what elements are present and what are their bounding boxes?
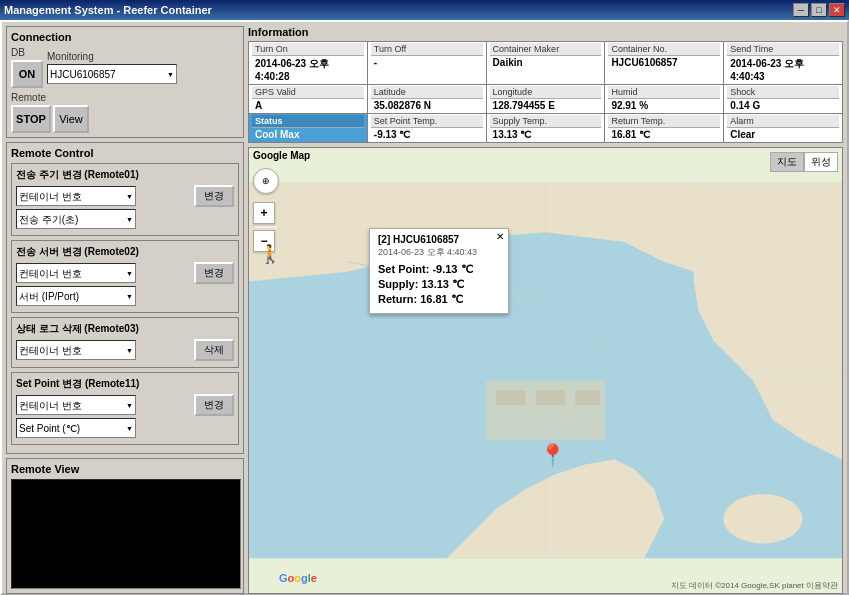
- map-copyright: 지도 데이터 ©2014 Google,SK planet 이용약관: [671, 580, 838, 591]
- map-section: Google Map 지도 위성 ⊕ + − �: [248, 147, 843, 594]
- popup-supply-label: Supply:: [378, 278, 418, 290]
- info-cell-return: Return Temp. 16.81 ℃: [605, 114, 724, 143]
- maker-value: Daikin: [490, 56, 602, 69]
- remote11-section: Set Point 변경 (Remote11) 컨테이너 번호 변경 Set: [11, 372, 239, 445]
- monitoring-label: Monitoring: [47, 51, 177, 62]
- svg-rect-9: [536, 390, 566, 405]
- humid-value: 92.91 %: [608, 99, 720, 112]
- remote02-section: 전송 서버 변경 (Remote02) 컨테이너 번호 변경 서버 (IP/P: [11, 240, 239, 313]
- db-col: DB ON: [11, 47, 43, 88]
- map-location-pin[interactable]: 📍: [539, 443, 566, 469]
- lat-value: 35.082876 N: [371, 99, 483, 112]
- turnoff-header: Turn Off: [371, 43, 483, 56]
- remote11-change-button[interactable]: 변경: [194, 394, 234, 416]
- remote01-container-dropdown[interactable]: 컨테이너 번호: [16, 186, 136, 206]
- svg-rect-10: [575, 390, 600, 405]
- setpoint-value: -9.13 ℃: [371, 128, 483, 141]
- information-section: Information Turn On 2014-06-23 오후 4:40:2…: [248, 26, 843, 143]
- remote11-title: Set Point 변경 (Remote11): [16, 377, 234, 391]
- remote03-row: 컨테이너 번호 삭제: [16, 339, 234, 361]
- info-cell-humid: Humid 92.91 %: [605, 85, 724, 114]
- remote02-server-dropdown[interactable]: 서버 (IP/Port): [16, 286, 136, 306]
- info-cell-lat: Latitude 35.082876 N: [368, 85, 487, 114]
- zoom-in-button[interactable]: +: [253, 202, 275, 224]
- info-cell-setpoint: Set Point Temp. -9.13 ℃: [368, 114, 487, 143]
- stop-button[interactable]: STOP: [11, 105, 51, 133]
- info-cell-sendtime: Send Time 2014-06-23 오후 4:40:43: [724, 42, 843, 85]
- remote-view-display: [11, 479, 241, 589]
- streetview-person-icon[interactable]: 🚶: [259, 243, 281, 265]
- info-cell-alarm: Alarm Clear: [724, 114, 843, 143]
- remote03-delete-button[interactable]: 삭제: [194, 339, 234, 361]
- shock-value: 0.14 G: [727, 99, 839, 112]
- supply-value: 13.13 ℃: [490, 128, 602, 141]
- remote03-container-dropdown[interactable]: 컨테이너 번호: [16, 340, 136, 360]
- popup-supply-row: Supply: 13.13 ℃: [378, 278, 500, 291]
- remote11-setpoint-wrapper: Set Point (℃): [16, 418, 136, 438]
- status-value: Cool Max: [252, 128, 364, 141]
- minimize-button[interactable]: ─: [793, 3, 809, 17]
- popup-return-row: Return: 16.81 ℃: [378, 293, 500, 306]
- svg-point-4: [723, 494, 802, 543]
- info-cell-lon: Longitude 128.794455 E: [487, 85, 606, 114]
- lat-header: Latitude: [371, 86, 483, 99]
- popup-data: Set Point: -9.13 ℃ Supply: 13.13 ℃ Retur…: [378, 263, 500, 306]
- window-controls: ─ □ ✕: [793, 3, 845, 17]
- remote11-container-dropdown[interactable]: 컨테이너 번호: [16, 395, 136, 415]
- remote11-setpoint-row: Set Point (℃): [16, 418, 234, 438]
- info-cell-shock: Shock 0.14 G: [724, 85, 843, 114]
- info-cell-supply: Supply Temp. 13.13 ℃: [487, 114, 606, 143]
- maximize-button[interactable]: □: [811, 3, 827, 17]
- remote01-period-wrapper: 전송 주기(초): [16, 209, 136, 229]
- containerno-value: HJCU6106857: [608, 56, 720, 69]
- popup-time: 2014-06-23 오후 4:40:43: [378, 246, 500, 259]
- remote03-title: 상태 로그 삭제 (Remote03): [16, 322, 234, 336]
- info-cell-maker: Container Maker Daikin: [487, 42, 606, 85]
- google-logo: Google: [279, 569, 317, 585]
- remote01-period-row: 전송 주기(초): [16, 209, 234, 229]
- remote11-setpoint-dropdown[interactable]: Set Point (℃): [16, 418, 136, 438]
- remote02-change-button[interactable]: 변경: [194, 262, 234, 284]
- humid-header: Humid: [608, 86, 720, 99]
- map-type-buttons: 지도 위성: [770, 152, 838, 172]
- remote01-section: 전송 주기 변경 (Remote01) 컨테이너 번호 변경 전송 주기(초): [11, 163, 239, 236]
- svg-rect-8: [496, 390, 526, 405]
- popup-close-button[interactable]: ✕: [496, 231, 504, 242]
- remote11-container-wrapper: 컨테이너 번호: [16, 395, 136, 415]
- gps-header: GPS Valid: [252, 86, 364, 99]
- info-cell-containerno: Container No. HJCU6106857: [605, 42, 724, 85]
- remote01-period-dropdown[interactable]: 전송 주기(초): [16, 209, 136, 229]
- lon-header: Longitude: [490, 86, 602, 99]
- remote01-title: 전송 주기 변경 (Remote01): [16, 168, 234, 182]
- containerno-header: Container No.: [608, 43, 720, 56]
- close-button[interactable]: ✕: [829, 3, 845, 17]
- content-area: Connection DB ON Monitoring HJCU6106857: [2, 22, 847, 595]
- compass-button[interactable]: ⊕: [253, 168, 279, 194]
- db-label: DB: [11, 47, 43, 58]
- turnon-header: Turn On: [252, 43, 364, 56]
- remote03-container-wrapper: 컨테이너 번호: [16, 340, 136, 360]
- window-title: Management System - Reefer Container: [4, 4, 212, 16]
- map-controls: ⊕ + −: [253, 168, 279, 252]
- remote11-container-row: 컨테이너 번호 변경: [16, 394, 234, 416]
- sendtime-header: Send Time: [727, 43, 839, 56]
- main-window: Connection DB ON Monitoring HJCU6106857: [0, 20, 849, 595]
- remote02-container-dropdown[interactable]: 컨테이너 번호: [16, 263, 136, 283]
- popup-id: [2] HJCU6106857: [378, 234, 500, 245]
- view-button[interactable]: View: [53, 105, 89, 133]
- info-cell-status: Status Cool Max: [249, 114, 368, 143]
- map-type-map-button[interactable]: 지도: [770, 152, 804, 172]
- alarm-value: Clear: [727, 128, 839, 141]
- monitoring-dropdown[interactable]: HJCU6106857: [47, 64, 177, 84]
- map-svg: [249, 148, 842, 593]
- sendtime-value: 2014-06-23 오후 4:40:43: [727, 56, 839, 83]
- title-bar: Management System - Reefer Container ─ □…: [0, 0, 849, 20]
- on-button[interactable]: ON: [11, 60, 43, 88]
- remote01-change-button[interactable]: 변경: [194, 185, 234, 207]
- map-type-satellite-button[interactable]: 위성: [804, 152, 838, 172]
- info-cell-turnon: Turn On 2014-06-23 오후 4:40:28: [249, 42, 368, 85]
- info-cell-turnoff: Turn Off -: [368, 42, 487, 85]
- remote01-container-wrapper: 컨테이너 번호: [16, 186, 136, 206]
- right-panel: Information Turn On 2014-06-23 오후 4:40:2…: [248, 26, 843, 594]
- info-grid-row2: GPS Valid A Latitude 35.082876 N Longitu…: [248, 84, 843, 114]
